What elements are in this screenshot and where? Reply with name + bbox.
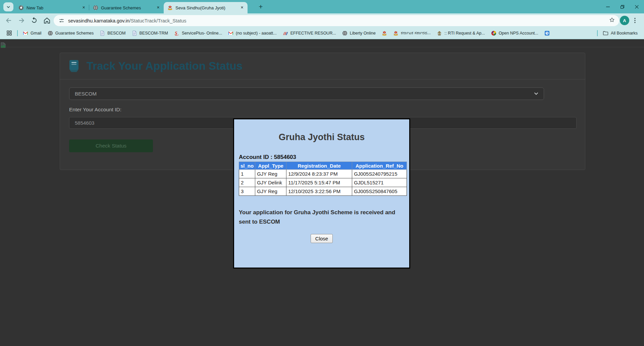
nps-icon [491,31,496,36]
page-icon [132,31,137,36]
tab-bar: New Tab × Guarantee Schemes × Seva Sindh… [0,0,644,13]
escom-select-value: BESCOM [75,91,97,97]
minimize-button[interactable] [601,0,615,13]
all-bookmarks-button[interactable]: All Bookmarks [600,29,641,37]
blue-app-icon [544,31,550,36]
bookmark-item-6[interactable]: (no subject) - aaoatt... [225,29,280,37]
chrome-gray-icon [18,5,24,10]
bookmark-item-4[interactable]: BESCOM-TRM [129,29,171,37]
avatar-letter: A [623,18,626,23]
bookmark-item-10[interactable]: ಕರ್ನಾಟಕ ಸರ್ಕಾರದ... [390,29,434,37]
table-cell: 3 [239,187,255,196]
close-window-button[interactable] [630,0,644,13]
apps-grid-button[interactable] [3,29,15,37]
tab-close-icon[interactable]: × [155,5,161,11]
reload-icon [30,16,38,24]
karnataka-emblem-icon [393,31,398,36]
table-header-cell: sl_no [239,162,255,170]
address-bar[interactable]: sevasindhu.karnataka.gov.in/StatucTrack/… [54,15,619,26]
bookmark-item-5[interactable]: S ServicePlus- Online... [171,29,225,37]
back-arrow-icon [5,16,13,24]
table-cell: GJ005S240795215 [352,170,407,178]
apps-grid-icon [6,30,12,36]
bookmark-item-12[interactable]: Open NPS Account... [488,29,541,37]
bookmarks-right-cluster: All Bookmarks [595,29,641,37]
table-cell: 12/10/2025 3:22:56 PM [286,187,352,196]
modal-close-button[interactable]: Close [311,234,333,243]
window-controls [601,0,644,13]
reload-button[interactable] [30,16,38,24]
url-text: sevasindhu.karnataka.gov.in/StatucTrack/… [68,18,186,23]
page-title: Track Your Application Status [87,60,243,72]
escom-select[interactable]: BESCOM [69,88,544,100]
maximize-button[interactable] [615,0,630,13]
slashes-icon [283,31,288,36]
browser-tab-2[interactable]: Guarantee Schemes × [89,2,164,13]
bookmark-item-2[interactable]: Guarantee Schemes [45,29,97,37]
bookmarks-bar: Gmail Guarantee Schemes BESCOM BESCOM-TR… [0,27,644,39]
karnataka-emblem-icon [382,31,387,36]
browser-tab-3[interactable]: Seva Sindhu(Gruha Jyoti) × [164,2,248,13]
bookmark-item-8[interactable]: Liberty Online [339,29,379,37]
page-divider [0,47,644,47]
three-dots-icon [631,16,639,24]
journal-book-icon [69,60,79,72]
browser-menu-button[interactable] [631,16,639,24]
account-id-value: 5854603 [75,120,94,126]
bookmarks-separator [597,30,598,36]
bookmark-item-9[interactable] [379,29,390,37]
account-id-label: Enter Your Account ID: [69,107,121,113]
page-icon [100,31,105,36]
globe-icon [342,31,347,36]
table-cell: 1 [239,170,255,178]
profile-avatar[interactable]: A [620,16,629,25]
bookmark-star-button[interactable] [609,17,615,24]
bookmark-item-3[interactable]: BESCOM [97,29,128,37]
bookmark-item-11[interactable]: :: RTI Request & Ap... [434,29,488,37]
tab-search-button[interactable] [3,2,13,11]
table-cell: GJY Reg [255,187,286,196]
url-path: /StatucTrack/Track_Status [129,18,186,23]
gmail-icon [23,31,28,36]
bookmark-item-7[interactable]: EFFECTIVE RESOUR... [280,29,339,37]
table-header-cell: Registration_Date [286,162,352,170]
card-header: Track Your Application Status [60,53,585,79]
bookmark-item-13[interactable] [541,29,553,37]
table-cell: 12/9/2024 8:23:37 PM [286,170,352,178]
globe-icon [93,5,98,10]
browser-tab-1[interactable]: New Tab × [15,2,89,13]
table-row: 2GJY Delink11/17/2025 5:15:47 PMGJDL5152… [239,178,407,187]
table-row: 3GJY Reg12/10/2025 3:22:56 PMGJ005S25084… [239,187,407,196]
back-button[interactable] [5,16,13,24]
modal-account-id: Account ID : 5854603 [239,154,409,161]
tab-close-icon[interactable]: × [81,5,87,11]
table-header-cell: Application_Ref_No [352,162,407,170]
home-button[interactable] [43,16,51,24]
modal-title: Gruha Jyothi Status [234,132,409,142]
table-header-cell: Appl_Type [255,162,286,170]
home-icon [43,16,51,24]
new-tab-button[interactable]: + [257,3,265,11]
table-cell: GJDL515271 [352,178,407,187]
chevron-down-icon [6,5,11,9]
bookmark-item-1[interactable]: Gmail [20,29,45,37]
bookmark-items: Gmail Guarantee Schemes BESCOM BESCOM-TR… [20,29,553,37]
tab-strip: New Tab × Guarantee Schemes × Seva Sindh… [15,2,248,13]
site-settings-icon[interactable] [59,18,64,23]
table-cell: 2 [239,178,255,187]
svg-text:S: S [175,31,177,36]
folder-icon [603,30,608,36]
star-icon [609,17,615,23]
table-row: 1GJY Reg12/9/2024 8:23:37 PMGJ005S240795… [239,170,407,178]
table-cell: GJ005S250847605 [352,187,407,196]
minimize-icon [606,5,610,9]
table-cell: GJY Delink [255,178,286,187]
gruha-jyothi-status-modal: Gruha Jyothi Status Account ID : 5854603… [233,118,410,269]
forward-button[interactable] [17,16,25,24]
restore-icon [620,5,625,9]
globe-icon [48,31,53,36]
check-status-button[interactable]: Check Status [69,139,153,152]
karnataka-emblem-icon [167,5,173,10]
tab-close-icon[interactable]: × [239,5,245,11]
close-icon [635,5,639,9]
